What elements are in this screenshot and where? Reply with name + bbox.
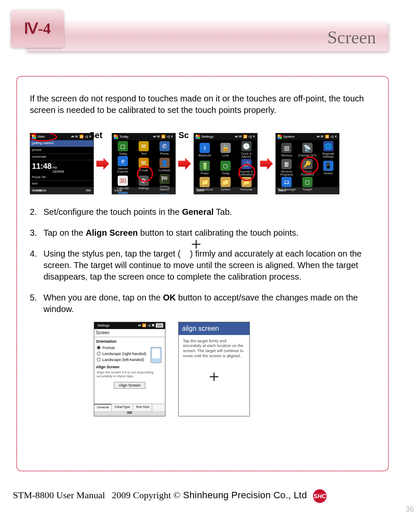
app-icon: ⚙Settings xyxy=(134,174,154,191)
screenshot-apps: Today ⇄ ✉ 📶 ◁׀ ✕ ◻Today✉Text✆PhoneeInter… xyxy=(112,133,176,194)
app-icon: 🔋Power xyxy=(195,159,215,176)
app-icon: ✉E-mail xyxy=(134,156,154,173)
app-icon: ◻TodayX xyxy=(298,177,318,191)
step-3: 3. Tap on the Align Screen button to sta… xyxy=(43,227,375,239)
windows-flag-icon xyxy=(114,135,118,139)
app-icon: ✉Text xyxy=(134,141,154,155)
step-4: 4. Using the stylus pen, tap the target … xyxy=(43,248,375,283)
page-title-banner: Screen xyxy=(26,21,388,51)
keyboard-icon: ⌨ xyxy=(94,411,165,416)
app-icon: 🗑Remove Programs xyxy=(277,159,297,176)
app-icon xyxy=(134,192,154,194)
section-number: Ⅳ-4 xyxy=(24,20,51,38)
company-name: Shinheung Precision Co., Ltd xyxy=(183,490,307,501)
manual-name: STM-8800 User Manual xyxy=(13,490,105,501)
app-icon: ▥Memory xyxy=(277,141,297,158)
footer: STM-8800 User Manual 2009 Copyright © Sh… xyxy=(13,489,405,503)
step-2: 2. Set/configure the touch points in the… xyxy=(43,206,375,218)
app-icon: 🔑MTUX Password xyxy=(298,159,318,176)
app-icon: 🛍Marketplace xyxy=(154,192,174,194)
app-icon: ᚼBluetooth xyxy=(195,141,215,158)
app-icon: ◻Today xyxy=(216,159,236,176)
app-icon: 📁Personal xyxy=(236,177,256,191)
phone-icon xyxy=(151,347,162,363)
arrow-icon xyxy=(260,158,273,170)
screenshot-screen-settings: Settings ⇄ 📶 ◁׀ 🗙 OK Screen Orientation … xyxy=(94,322,165,416)
target-cross-icon xyxy=(192,240,200,248)
intro-paragraph: If the screen do not respond to touches … xyxy=(30,93,375,116)
app-icon: ✆Phone xyxy=(154,141,174,155)
app-icon: 🕒Clock & Alarms xyxy=(236,141,256,158)
align-screen-button[interactable]: Align Screen xyxy=(114,382,145,389)
app-icon: eInternet Explorer xyxy=(113,156,133,173)
app-icon: 🌐Regional Settings xyxy=(318,141,338,158)
page-number: 36 xyxy=(406,505,414,514)
screenshot-home: Start ⇄ ✉ 📶 ◁׀ ✕ getting started phone v… xyxy=(30,133,94,194)
arrow-icon xyxy=(96,158,109,170)
app-icon: 👤Contacts xyxy=(154,156,174,173)
section-tab: Ⅳ-4 xyxy=(11,9,64,48)
screenshot-system: System ⇄ ✉ 📶 ◁׀ ✕ ▥Memory📡External GPS🌐R… xyxy=(275,133,339,194)
app-icon: 📡External GPS xyxy=(298,141,318,158)
app-icon: 🔒Lock xyxy=(216,141,236,158)
copyright: 2009 Copyright © xyxy=(112,490,180,501)
content-box: If the screen do not respond to touches … xyxy=(16,76,389,471)
navigation-sequence: Set > Sc Start ⇄ ✉ 📶 ◁׀ ✕ getting starte… xyxy=(30,133,375,194)
arrow-icon xyxy=(178,158,191,170)
windows-flag-icon xyxy=(278,135,282,139)
target-cross-icon xyxy=(210,373,218,381)
shc-logo-icon: SHC xyxy=(313,489,327,503)
app-icon: ◻Today xyxy=(113,141,133,155)
screenshot-align-screen: align screen Tap the target firmly and a… xyxy=(178,322,250,416)
windows-flag-icon xyxy=(196,135,200,139)
windows-flag-icon xyxy=(32,135,36,139)
step-5: 5. When you are done, tap on the OK butt… xyxy=(43,292,375,315)
page-title: Screen xyxy=(327,27,376,48)
app-icon: 📱Screen xyxy=(318,159,338,176)
screenshot-settings: Settings ⇄ ✉ 📶 ◁׀ ✕ ᚼBluetooth🔒Lock🕒Cloc… xyxy=(194,133,258,194)
app-icon: 🔊Sounds & Notifications xyxy=(236,159,256,176)
app-icon: 📁System xyxy=(216,177,236,191)
app-icon: 🏁Getting Started xyxy=(154,174,174,191)
app-icon xyxy=(318,177,338,191)
